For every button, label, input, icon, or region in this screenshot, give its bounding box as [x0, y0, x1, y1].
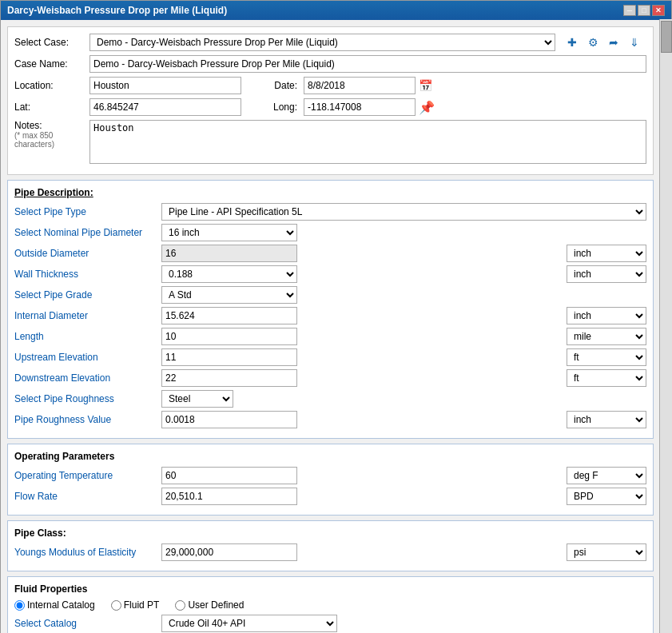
length-unit[interactable]: mile — [567, 328, 646, 345]
long-label: Long: — [252, 102, 297, 113]
notes-row: Notes: (* max 850 characters) Houston — [14, 120, 646, 164]
minimize-button[interactable]: ─ — [623, 5, 636, 16]
pipe-class-section: Pipe Class: Youngs Modulus of Elasticity… — [7, 520, 654, 571]
pipe-desc-label: Pipe Description: — [14, 187, 93, 198]
upstream-elevation-row: Upstream Elevation ft — [14, 348, 646, 366]
select-case-row: Select Case: Demo - Darcy-Weisbach Press… — [14, 34, 646, 51]
wall-thickness-unit[interactable]: inch — [567, 265, 646, 283]
flow-rate-unit[interactable]: BPD — [567, 488, 646, 505]
pipe-description-title: Pipe Description: — [14, 187, 646, 198]
add-icon[interactable]: ✚ — [563, 34, 581, 51]
operating-parameters-section: Operating Parameters Operating Temperatu… — [7, 444, 654, 516]
fluid-pt-radio[interactable] — [111, 600, 121, 611]
download-icon[interactable]: ⇓ — [626, 34, 643, 51]
outside-diameter-input[interactable] — [161, 245, 297, 262]
notes-label: Notes: — [14, 120, 86, 131]
outside-diameter-row: Outside Diameter inch — [14, 245, 646, 262]
pipe-roughness-select-label: Select Pipe Roughness — [14, 393, 158, 404]
select-catalog-row: Select Catalog Crude Oil 40+ API — [14, 615, 646, 632]
youngs-label: Youngs Modulus of Elasticity — [14, 547, 158, 558]
main-content: Select Case: Demo - Darcy-Weisbach Press… — [1, 20, 660, 633]
pipe-class-label: Pipe Class: — [14, 528, 66, 539]
youngs-input[interactable] — [161, 543, 297, 561]
temperature-label: Operating Temperature — [14, 470, 158, 481]
application-window: Darcy-Weisbach Pressure Drop per Mile (L… — [0, 0, 672, 633]
select-case-dropdown[interactable]: Demo - Darcy-Weisbach Pressure Drop Per … — [89, 34, 555, 51]
internal-catalog-radio-label[interactable]: Internal Catalog — [14, 599, 95, 611]
flow-rate-input[interactable] — [161, 488, 297, 505]
location-date-row: Location: Date: 📅 — [14, 77, 646, 94]
title-bar-buttons: ─ □ ✕ — [623, 5, 665, 16]
notes-textarea[interactable]: Houston — [89, 120, 646, 164]
maximize-button[interactable]: □ — [638, 5, 650, 16]
upstream-elevation-unit[interactable]: ft — [567, 348, 646, 366]
fluid-pt-radio-label[interactable]: Fluid PT — [111, 599, 160, 611]
lat-input[interactable] — [89, 98, 241, 116]
case-name-input[interactable] — [89, 55, 646, 73]
scrollbar[interactable] — [659, 19, 672, 633]
wall-thickness-input[interactable]: 0.188 — [161, 265, 297, 283]
location-label: Location: — [14, 80, 86, 91]
case-name-label: Case Name: — [14, 58, 86, 70]
youngs-unit[interactable]: psi — [567, 543, 646, 561]
select-case-label: Select Case: — [14, 37, 86, 48]
temperature-unit[interactable]: deg F — [567, 467, 646, 484]
header-section: Select Case: Demo - Darcy-Weisbach Press… — [7, 26, 654, 175]
internal-catalog-radio[interactable] — [14, 600, 25, 611]
user-defined-radio-label[interactable]: User Defined — [175, 599, 244, 611]
pipe-roughness-value-input[interactable] — [161, 411, 297, 428]
calendar-icon[interactable]: 📅 — [419, 79, 432, 92]
date-row: 📅 — [304, 77, 643, 94]
internal-diameter-label: Internal Diameter — [14, 310, 158, 321]
lat-label: Lat: — [14, 102, 86, 113]
settings-icon[interactable]: ⚙ — [584, 34, 602, 51]
content-area: Select Case: Demo - Darcy-Weisbach Press… — [1, 20, 660, 633]
date-input[interactable] — [304, 77, 416, 94]
fluid-properties-section: Fluid Properties Internal Catalog Fluid … — [7, 576, 654, 633]
map-pin-icon[interactable]: 📌 — [419, 100, 435, 115]
title-bar: Darcy-Weisbach Pressure Drop per Mile (L… — [1, 1, 671, 20]
pipe-roughness-value-label: Pipe Roughness Value — [14, 414, 158, 425]
nominal-pipe-dropdown[interactable]: 16 inch 6 inch — [161, 224, 297, 241]
youngs-modulus-row: Youngs Modulus of Elasticity psi — [14, 543, 646, 561]
select-catalog-dropdown[interactable]: Crude Oil 40+ API — [161, 615, 337, 632]
internal-diameter-unit[interactable]: inch — [567, 307, 646, 324]
wall-thickness-row: Wall Thickness 0.188 inch — [14, 265, 646, 283]
user-defined-label: User Defined — [188, 599, 244, 611]
internal-catalog-label: Internal Catalog — [27, 599, 95, 611]
long-input[interactable] — [304, 98, 416, 116]
pipe-roughness-select-row: Select Pipe Roughness Steel — [14, 390, 646, 408]
operating-parameters-title: Operating Parameters — [14, 451, 646, 462]
downstream-elevation-input[interactable] — [161, 369, 297, 387]
date-label: Date: — [252, 80, 297, 91]
select-catalog-label: Select Catalog — [14, 618, 158, 629]
user-defined-radio[interactable] — [175, 600, 185, 611]
select-pipe-type-dropdown[interactable]: Pipe Line - API Specification 5L — [161, 203, 646, 221]
pipe-roughness-dropdown[interactable]: Steel — [161, 390, 233, 408]
fluid-properties-title: Fluid Properties — [14, 583, 646, 595]
downstream-elevation-unit[interactable]: ft — [567, 369, 646, 387]
length-input[interactable] — [161, 328, 297, 345]
pipe-roughness-unit[interactable]: inch — [567, 411, 646, 428]
temperature-input[interactable] — [161, 467, 297, 484]
upstream-elevation-input[interactable] — [161, 348, 297, 366]
pipe-description-section: Pipe Description: Select Pipe Type Pipe … — [7, 180, 654, 439]
pipe-grade-label: Select Pipe Grade — [14, 289, 158, 301]
downstream-elevation-label: Downstream Elevation — [14, 372, 158, 384]
fluid-props-label: Fluid Properties — [14, 583, 87, 595]
location-input[interactable] — [89, 77, 241, 94]
operating-temperature-row: Operating Temperature deg F — [14, 467, 646, 484]
upstream-elevation-label: Upstream Elevation — [14, 352, 158, 363]
pipe-class-title: Pipe Class: — [14, 528, 646, 539]
notes-sublabel: (* max 850 characters) — [14, 131, 86, 149]
outside-diameter-label: Outside Diameter — [14, 248, 158, 259]
outside-diameter-unit[interactable]: inch — [567, 245, 646, 262]
close-button[interactable]: ✕ — [652, 5, 665, 16]
lat-long-row: Lat: Long: 📌 — [14, 98, 646, 116]
pipe-grade-dropdown[interactable]: A Std — [161, 286, 297, 304]
fluid-pt-label: Fluid PT — [124, 599, 160, 611]
share-icon[interactable]: ➦ — [605, 34, 622, 51]
pipe-roughness-value-row: Pipe Roughness Value inch — [14, 411, 646, 428]
scroll-thumb[interactable] — [661, 21, 672, 53]
internal-diameter-input[interactable] — [161, 307, 297, 324]
